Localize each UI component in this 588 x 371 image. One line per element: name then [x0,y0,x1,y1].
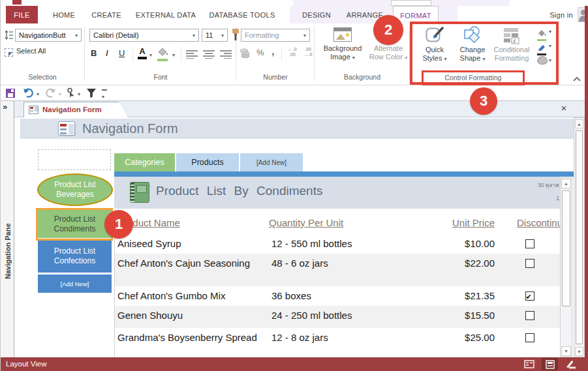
discontinued-checkbox[interactable] [525,311,534,320]
number-format-placeholder: Formatting [241,31,300,39]
product-name-cell[interactable]: Chef Anton's Cajun Seasoning [115,254,269,286]
format-painter-icon[interactable] [230,28,241,41]
scroll-down-button[interactable]: ▼ [575,347,583,356]
unit-price-cell[interactable]: $10.00 [445,234,499,254]
product-name-cell[interactable]: Aniseed Syrup [115,234,269,254]
touch-mode-button[interactable] [66,87,76,99]
discontinued-checkbox[interactable] [525,291,534,301]
tab-file[interactable]: FILE [6,6,38,23]
table-row: Genen Shouyu 24 - 250 ml bottles $15.50 [115,306,560,328]
unit-price-cell[interactable]: $25.00 [445,328,499,357]
qat-customize-button[interactable]: ▾ [102,89,108,97]
filter-button[interactable] [86,88,97,98]
design-view-button[interactable] [563,358,579,370]
sign-in-link[interactable]: Sign in [546,6,576,23]
chevron-down-icon[interactable]: ▾ [172,52,175,58]
annotation-step-3: 3 [470,87,497,115]
nav-tab-add-new[interactable]: [Add New] [240,153,303,171]
chevron-down-icon[interactable]: ▾ [37,91,39,97]
scroll-up-button[interactable]: ▲ [561,179,571,188]
document-tab-row: Navigation Form × [14,101,585,117]
percent-button[interactable]: % [256,48,264,57]
product-name-cell[interactable]: Grandma's Boysenberry Spread [115,328,269,357]
tab-create[interactable]: CREATE [85,6,127,23]
chevron-down-icon[interactable]: ▾ [149,52,152,58]
increase-decimal-button[interactable]: .00 →.0 [301,47,315,60]
unit-price-cell[interactable]: $21.35 [445,286,499,306]
quantity-cell[interactable]: 12 - 8 oz jars [269,328,445,357]
layout-view-button[interactable] [542,358,558,370]
form-icon [58,121,75,136]
tab-design[interactable]: DESIGN [296,6,337,23]
unit-price-cell[interactable]: $22.00 [445,254,499,286]
tab-order-icon[interactable] [4,29,14,40]
quantity-cell[interactable]: 24 - 250 ml bottles [269,306,445,328]
document-scrollbar[interactable]: ▲ ▼ [574,117,585,357]
chevron-down-icon[interactable]: ▾ [72,33,81,38]
document-tab-label: Navigation Form [42,106,102,113]
align-right-button[interactable] [220,50,232,58]
font-group-label: Font [85,73,236,81]
annotation-step-2: 2 [373,15,403,45]
unit-price-cell[interactable]: $15.50 [445,306,499,328]
scrollbar-thumb[interactable] [576,130,583,344]
currency-icon[interactable] [240,48,251,58]
nav-tab-products[interactable]: Products [176,153,239,171]
comma-button[interactable]: , [271,46,274,57]
nav-button-confections[interactable]: Product List Confections [38,240,112,273]
scrollbar-thumb[interactable] [562,190,570,306]
align-left-button[interactable] [186,50,198,58]
titlebar-remnant [1,0,588,6]
font-color-button[interactable]: A [136,47,148,60]
tab-database-tools[interactable]: DATABASE TOOLS [203,6,281,23]
collapse-ribbon-button[interactable] [572,73,583,81]
background-image-button[interactable]: Background Image ▾ [319,26,366,67]
quantity-cell[interactable]: 12 - 550 ml bottles [269,234,445,254]
navigation-pane-strip[interactable]: » Navigation Pane [1,101,14,357]
nav-tab-categories[interactable]: Categories [114,153,175,171]
column-header-unit-price[interactable]: Unit Price [445,216,499,234]
chevron-down-icon[interactable]: ▾ [189,33,198,38]
save-button[interactable] [6,89,15,98]
column-header-discontinued[interactable]: Discontinued [499,216,560,234]
discontinued-checkbox[interactable] [525,333,534,342]
font-name-combobox[interactable]: Calibri (Detail) ▾ [89,29,199,42]
layout-view-icon [546,360,555,369]
italic-button[interactable]: I [106,48,108,58]
nav-button-add-new[interactable]: [Add New] [38,275,112,293]
quantity-cell[interactable]: 48 - 6 oz jars [269,254,445,286]
selection-group-label: Selection [1,73,84,81]
nav-pane-shutter-icon[interactable]: » [3,102,7,111]
underline-button[interactable]: U [119,48,125,58]
font-size-combobox[interactable]: 11 ▾ [202,29,228,42]
selection-type-combobox[interactable]: NavigationButt ▾ [15,29,82,42]
fill-color-button[interactable] [157,47,170,60]
font-name-value: Calibri (Detail) [90,31,189,39]
column-header-quantity-per-unit[interactable]: Quantity Per Unit [269,216,445,234]
discontinued-checkbox[interactable] [525,239,534,248]
column-header-product-name[interactable]: Product Name [115,216,269,234]
form-view-button[interactable] [521,358,537,370]
chevron-down-icon[interactable]: ▾ [78,91,80,97]
bold-button[interactable]: B [91,48,97,58]
tab-external-data[interactable]: EXTERNAL DATA [131,6,200,23]
scroll-up-button[interactable]: ▲ [575,119,583,128]
product-name-cell[interactable]: Genen Shouyu [115,306,269,328]
product-name-cell[interactable]: Chef Anton's Gumbo Mix [115,286,269,306]
quantity-cell[interactable]: 36 boxes [269,286,445,306]
subform-scrollbar[interactable]: ▲ ▼ [560,177,572,357]
tab-home[interactable]: HOME [45,6,83,23]
close-icon[interactable]: × [559,102,569,114]
undo-button[interactable] [23,88,34,98]
chevron-down-icon[interactable]: ▾ [218,33,227,38]
chevron-down-icon[interactable]: ▾ [300,33,309,38]
nav-button-beverages[interactable]: Product List Beverages [37,173,113,206]
discontinued-checkbox[interactable] [525,259,534,268]
document-tab[interactable]: Navigation Form [23,102,128,117]
decrease-decimal-button[interactable]: ←.0 .00 [285,47,300,60]
empty-nav-button-placeholder[interactable] [38,149,111,170]
align-center-button[interactable] [203,50,215,58]
select-all-button[interactable]: Select All [16,47,46,55]
scroll-down-button[interactable]: ▼ [561,346,571,356]
number-format-combobox[interactable]: Formatting ▾ [241,29,310,42]
